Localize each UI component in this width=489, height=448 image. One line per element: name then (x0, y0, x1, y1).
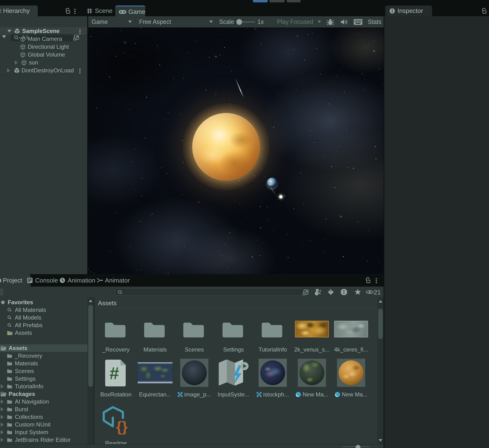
asset-item-boxrotation-script[interactable]: # BoxRotation (96, 358, 136, 398)
hierarchy-row-global-volume[interactable]: Global Volume (0, 51, 87, 58)
packages-root-row[interactable]: Packages (0, 390, 94, 398)
chevron-down-icon[interactable] (209, 20, 213, 23)
hierarchy-row-samplescene[interactable]: SampleScene (0, 27, 87, 35)
tab-scene[interactable]: Scene (87, 6, 113, 16)
package-custom-nunit[interactable]: Custom NUnit (0, 421, 94, 428)
expand-arrow-icon[interactable] (1, 423, 4, 427)
scale-slider-track[interactable] (242, 22, 255, 23)
step-button[interactable] (287, 0, 301, 2)
package-input-system[interactable]: Input System (0, 428, 94, 436)
asset-item-istockphoto[interactable]: istockph... (253, 358, 292, 398)
play-button[interactable] (253, 0, 268, 2)
hidden-packages-icon[interactable] (340, 288, 348, 296)
aspect-dropdown[interactable]: Free Aspect (139, 18, 171, 25)
expand-arrow-icon[interactable] (1, 430, 4, 434)
hierarchy-row-main-camera[interactable]: Main Camera (0, 35, 87, 43)
asset-label: Scenes (175, 346, 214, 353)
tree-scrollbar[interactable] (88, 297, 94, 444)
project-search-input[interactable] (115, 288, 304, 296)
asset-item-settings-folder[interactable]: Settings (214, 315, 253, 353)
asset-label: New Ma... (332, 391, 371, 398)
expand-arrow-icon[interactable] (1, 384, 4, 389)
hierarchy-row-dontdestroyonload[interactable]: DontDestroyOnLoad (0, 66, 87, 74)
unlock-icon[interactable] (481, 8, 487, 15)
project-menu-kebab[interactable] (376, 278, 377, 284)
grid-scrollbar[interactable] (377, 297, 383, 444)
folder-scenes[interactable]: Scenes (0, 367, 94, 375)
folder-materials[interactable]: Materials (0, 360, 94, 367)
filter-by-type-icon[interactable] (314, 288, 322, 296)
expand-arrow-icon[interactable] (7, 68, 10, 72)
favorite-all-models[interactable]: All Models (0, 314, 94, 321)
play-focused-dropdown[interactable]: Play Focused (277, 18, 313, 25)
grid-scrollbar-thumb[interactable] (378, 309, 383, 339)
chevron-down-icon[interactable] (317, 20, 321, 23)
chevron-down-icon[interactable] (128, 20, 132, 23)
scroll-up-arrow[interactable] (89, 299, 93, 302)
asset-item-image-p[interactable]: image_p... (175, 358, 214, 398)
asset-item-materials-folder[interactable]: Materials (136, 315, 175, 353)
row-kebab[interactable] (79, 68, 81, 74)
expand-arrow-icon[interactable] (15, 60, 18, 65)
folder-settings[interactable]: Settings (0, 375, 94, 383)
filter-by-label-icon[interactable] (327, 289, 334, 296)
asset-item-recovery[interactable]: _Recovery (96, 315, 136, 353)
asset-item-earthmap-texture[interactable]: Equirectan... (136, 358, 175, 398)
asset-item-ceres-texture[interactable]: 4k_ceres_fi... (332, 315, 371, 353)
package-collections[interactable]: Collections (0, 413, 94, 421)
scroll-up-arrow[interactable] (378, 300, 383, 303)
hierarchy-menu-kebab[interactable] (74, 8, 75, 15)
package-jetbrains-rider[interactable]: JetBrains Rider Editor (0, 436, 94, 444)
keyboard-icon[interactable] (353, 19, 363, 26)
tab-hierarchy[interactable]: Hierarchy (0, 6, 38, 16)
pause-button[interactable] (269, 0, 285, 2)
tab-game[interactable]: Game (115, 6, 145, 17)
expand-arrow-icon[interactable] (1, 415, 4, 419)
assets-root-row[interactable]: Assets (0, 344, 94, 352)
tab-console[interactable]: Console (27, 274, 58, 287)
display-dropdown[interactable]: Game (91, 18, 108, 25)
game-viewport[interactable] (88, 27, 383, 274)
hierarchy-row-directional-light[interactable]: Directional Light (0, 43, 87, 51)
visibility-eye-icon[interactable] (366, 289, 374, 296)
scale-slider-knob[interactable] (236, 19, 242, 25)
asset-item-inputsystem[interactable]: InputSyste... (214, 358, 253, 398)
tree-scrollbar-thumb[interactable] (88, 305, 93, 387)
folder-tutorialinfo[interactable]: TutorialInfo (0, 383, 94, 390)
grid-breadcrumb[interactable]: Assets (98, 299, 117, 307)
favorites-header[interactable]: Favorites (0, 298, 94, 306)
thumbnail-size-slider-knob[interactable] (356, 445, 360, 448)
favorite-all-prefabs[interactable]: All Prefabs (0, 321, 94, 329)
row-kebab[interactable] (79, 28, 81, 35)
asset-item-tutorialinfo-folder[interactable]: TutorialInfo (253, 315, 292, 353)
favorite-assets[interactable]: Assets (0, 329, 94, 337)
tab-animation[interactable]: Animation (59, 274, 95, 287)
unlock-icon[interactable] (65, 8, 71, 15)
material-preview-square (337, 359, 365, 387)
scroll-down-arrow[interactable] (378, 439, 383, 442)
popout-icon[interactable] (302, 289, 309, 296)
audio-mute-icon[interactable] (340, 18, 348, 27)
asset-item-venus-texture[interactable]: 2k_venus_s... (292, 315, 332, 353)
asset-item-new-material-earth[interactable]: New Ma... (292, 358, 332, 398)
debug-bug-icon[interactable] (326, 18, 334, 27)
folder-recovery[interactable]: _Recovery (0, 352, 94, 360)
asset-item-new-material-venus[interactable]: New Ma... (332, 358, 371, 398)
expand-arrow-icon[interactable] (1, 407, 4, 411)
tab-project[interactable]: Project (0, 274, 31, 287)
expand-arrow-icon[interactable] (1, 438, 4, 442)
favorites-star-icon[interactable] (354, 288, 361, 296)
unlock-icon[interactable] (365, 277, 371, 285)
hierarchy-row-sun[interactable]: sun (0, 58, 87, 66)
tab-inspector[interactable]: Inspector (385, 6, 432, 16)
package-burst[interactable]: Burst (0, 406, 94, 413)
expand-arrow-icon[interactable] (1, 400, 4, 404)
asset-item-scenes-folder[interactable]: Scenes (175, 315, 214, 353)
expand-arrow-icon[interactable] (7, 30, 11, 32)
favorite-all-materials[interactable]: All Materials (0, 306, 94, 314)
stats-toggle[interactable]: Stats (368, 18, 382, 25)
package-ai-navigation[interactable]: AI Navigation (0, 398, 94, 406)
left-button-sliver[interactable] (0, 288, 3, 296)
asset-item-readme[interactable]: {} Readme (96, 403, 136, 444)
tab-animator[interactable]: Animator (96, 274, 130, 287)
